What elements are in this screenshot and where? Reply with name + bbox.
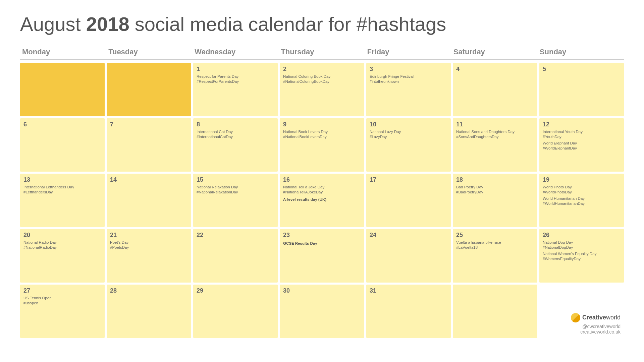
calendar: Monday Tuesday Wednesday Thursday Friday… bbox=[20, 45, 624, 338]
date-num-11: 11 bbox=[456, 121, 534, 128]
event-entry-16-0: National Tell a Joke Day#NationalTellAJo… bbox=[283, 185, 361, 195]
event-hashtag-21-0: #PoetsDay bbox=[110, 245, 188, 250]
day-header-monday: Monday bbox=[20, 45, 106, 59]
event-entry-2-0: National Coloring Book Day#NationalColor… bbox=[283, 74, 361, 84]
day-headers: Monday Tuesday Wednesday Thursday Friday… bbox=[20, 45, 624, 60]
calendar-cell-1-3: 9National Book Lovers Day#NationalBookLo… bbox=[280, 118, 364, 172]
event-hashtag-25-0: #LaVuelta18 bbox=[456, 245, 534, 250]
date-num-19: 19 bbox=[543, 176, 621, 183]
event-name-27-0: US Tennis Open bbox=[23, 296, 101, 301]
calendar-cell-4-5 bbox=[453, 285, 537, 338]
calendar-cell-2-2: 15National Relaxation Day#NationalRelaxa… bbox=[193, 174, 278, 227]
event-name-19-0: World Photo Day bbox=[543, 185, 621, 190]
event-entry-10-0: National Lazy Day#LazyDay bbox=[370, 129, 447, 139]
calendar-cell-4-6: Creativeworld@cwcreativeworldcreativewor… bbox=[539, 285, 624, 338]
date-num-25: 25 bbox=[456, 232, 534, 239]
event-entry-13-0: International Lefthanders Day#Lefthander… bbox=[23, 185, 101, 195]
date-num-29: 29 bbox=[197, 287, 274, 294]
date-num-8: 8 bbox=[197, 121, 274, 128]
event-hashtag-19-0: #WorldPhotoDay bbox=[543, 190, 621, 195]
date-num-13: 13 bbox=[23, 176, 101, 183]
date-num-5: 5 bbox=[543, 66, 621, 73]
calendar-cell-2-5: 18Bad Poetry Day#BadPoetryDay bbox=[453, 174, 537, 227]
event-hashtag-12-1: #WorldElephantDay bbox=[543, 146, 621, 151]
page-title: August 2018 social media calendar for #h… bbox=[20, 13, 624, 35]
event-name-1-0: Respect for Parents Day bbox=[197, 74, 274, 79]
date-num-16: 16 bbox=[283, 176, 361, 183]
date-num-17: 17 bbox=[370, 176, 447, 183]
title-year: 2018 bbox=[86, 13, 129, 35]
date-num-22: 22 bbox=[197, 232, 274, 239]
event-hashtag-20-0: #NationalRadioDay bbox=[23, 245, 101, 250]
event-entry-26-0: National Dog Day#NationalDogDay bbox=[543, 240, 621, 250]
event-bold-23-0: GCSE Results Day bbox=[283, 241, 361, 245]
event-name-26-0: National Dog Day bbox=[543, 240, 621, 245]
event-name-26-1: National Women's Equality Day bbox=[543, 251, 621, 256]
event-name-25-0: Vuelta a Espana bike race bbox=[456, 240, 534, 245]
event-name-19-1: World Humanitarian Day bbox=[543, 196, 621, 201]
event-hashtag-19-1: #WorldHumanitarianDay bbox=[543, 201, 621, 206]
date-num-15: 15 bbox=[197, 176, 274, 183]
event-hashtag-10-0: #LazyDay bbox=[370, 134, 447, 139]
event-entry-26-1: National Women's Equality Day#WomensEqua… bbox=[543, 251, 621, 261]
event-name-13-0: International Lefthanders Day bbox=[23, 185, 101, 190]
date-num-18: 18 bbox=[456, 176, 534, 183]
calendar-cell-1-0: 6 bbox=[20, 118, 105, 172]
calendar-cell-2-6: 19World Photo Day#WorldPhotoDayWorld Hum… bbox=[539, 174, 624, 227]
calendar-cell-3-1: 21Poet's Day#PoetsDay bbox=[107, 229, 191, 282]
date-num-30: 30 bbox=[283, 287, 361, 294]
calendar-cell-4-2: 29 bbox=[193, 285, 278, 338]
date-num-14: 14 bbox=[110, 176, 188, 183]
calendar-cell-1-2: 8International Cat Day#InternationalCatD… bbox=[193, 118, 278, 172]
event-entry-8-0: International Cat Day#InternationalCatDa… bbox=[197, 129, 274, 139]
date-num-4: 4 bbox=[456, 66, 534, 73]
calendar-cell-4-0: 27US Tennis Open#usopen bbox=[20, 285, 105, 338]
date-num-23: 23 bbox=[283, 232, 361, 239]
calendar-cell-0-2: 1Respect for Parents Day#RespectForParen… bbox=[193, 63, 278, 116]
event-entry-19-1: World Humanitarian Day#WorldHumanitarian… bbox=[543, 196, 621, 206]
calendar-cell-4-1: 28 bbox=[107, 285, 191, 338]
date-num-1: 1 bbox=[197, 66, 274, 73]
brand-circle-icon bbox=[571, 313, 580, 322]
event-name-12-0: International Youth Day bbox=[543, 129, 621, 134]
event-name-3-0: Edinburgh Fringe Festival bbox=[370, 74, 447, 79]
calendar-cell-0-6: 5 bbox=[539, 63, 624, 116]
event-entry-27-0: US Tennis Open#usopen bbox=[23, 296, 101, 306]
date-num-2: 2 bbox=[283, 66, 361, 73]
brand-logo: Creativeworld bbox=[571, 313, 621, 322]
event-name-10-0: National Lazy Day bbox=[370, 129, 447, 134]
event-entry-1-0: Respect for Parents Day#RespectForParent… bbox=[197, 74, 274, 84]
event-name-9-0: National Book Lovers Day bbox=[283, 129, 361, 134]
calendar-cell-0-3: 2National Coloring Book Day#NationalColo… bbox=[280, 63, 364, 116]
event-hashtag-13-0: #LefthandersDay bbox=[23, 190, 101, 195]
date-num-10: 10 bbox=[370, 121, 447, 128]
date-num-6: 6 bbox=[23, 121, 101, 128]
event-name-12-1: World Elephant Day bbox=[543, 141, 621, 146]
day-header-friday: Friday bbox=[365, 45, 451, 59]
event-hashtag-8-0: #InternationalCatDay bbox=[197, 134, 274, 139]
calendar-cell-1-4: 10National Lazy Day#LazyDay bbox=[366, 118, 451, 172]
event-hashtag-12-0: #YouthDay bbox=[543, 134, 621, 139]
event-hashtag-11-0: #SonsAndDaughtersDay bbox=[456, 134, 534, 139]
calendar-cell-3-3: 23GCSE Results Day bbox=[280, 229, 364, 282]
day-header-saturday: Saturday bbox=[451, 45, 538, 59]
date-num-7: 7 bbox=[110, 121, 188, 128]
event-name-2-0: National Coloring Book Day bbox=[283, 74, 361, 79]
calendar-cell-1-1: 7 bbox=[107, 118, 191, 172]
calendar-cell-1-5: 11National Sons and Daughters Day#SonsAn… bbox=[453, 118, 537, 172]
calendar-cell-3-2: 22 bbox=[193, 229, 278, 282]
event-hashtag-16-0: #NationalTellAJokeDay bbox=[283, 190, 361, 195]
day-header-tuesday: Tuesday bbox=[106, 45, 193, 59]
calendar-cell-1-6: 12International Youth Day#YouthDayWorld … bbox=[539, 118, 624, 172]
event-hashtag-26-0: #NationalDogDay bbox=[543, 245, 621, 250]
event-entry-18-0: Bad Poetry Day#BadPoetryDay bbox=[456, 185, 534, 195]
event-hashtag-9-0: #NationalBookLoversDay bbox=[283, 134, 361, 139]
calendar-cell-2-1: 14 bbox=[107, 174, 191, 227]
day-header-thursday: Thursday bbox=[279, 45, 365, 59]
calendar-cell-4-3: 30 bbox=[280, 285, 364, 338]
calendar-cell-0-5: 4 bbox=[453, 63, 537, 116]
event-hashtag-3-0: #intotheunknown bbox=[370, 79, 447, 84]
brand-name: Creativeworld bbox=[582, 314, 621, 321]
event-name-18-0: Bad Poetry Day bbox=[456, 185, 534, 190]
calendar-cell-3-0: 20National Radio Day#NationalRadioDay bbox=[20, 229, 105, 282]
